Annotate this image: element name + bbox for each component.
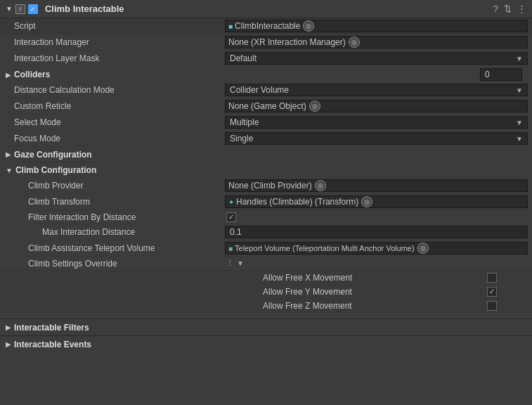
distance-calc-mode-row: Distance Calculation Mode Collider Volum… <box>0 82 532 98</box>
filter-interaction-distance-checkbox[interactable] <box>226 212 236 222</box>
interactable-filters-label: Interactable Filters <box>14 323 89 333</box>
allow-free-y-movement-label: Allow Free Y Movement <box>0 287 473 297</box>
select-mode-dropdown[interactable]: Multiple ▼ <box>225 116 528 129</box>
select-mode-label: Select Mode <box>0 117 225 127</box>
select-mode-row: Select Mode Multiple ▼ <box>0 115 532 131</box>
max-interaction-distance-label: Max Interaction Distance <box>0 227 225 237</box>
select-mode-value: Multiple <box>230 117 259 127</box>
distance-calc-mode-dropdown[interactable]: Collider Volume ▼ <box>225 84 528 96</box>
custom-reticle-value: None (Game Object) <box>228 101 306 111</box>
allow-free-x-movement-checkbox[interactable] <box>487 273 497 283</box>
interactable-events-expand-arrow-icon[interactable]: ▶ <box>6 340 11 348</box>
climb-transform-label: Climb Transform <box>0 197 225 207</box>
climb-assistance-teleport-row: Climb Assistance Teleport Volume ■ Telep… <box>0 240 532 257</box>
component-enabled-checkbox[interactable]: ✓ <box>28 4 38 14</box>
max-interaction-distance-field[interactable]: 0.1 <box>225 226 528 238</box>
custom-reticle-field[interactable]: None (Game Object) ◎ <box>225 100 528 112</box>
allow-free-z-movement-checkbox[interactable] <box>487 301 497 311</box>
spacer <box>0 313 532 319</box>
teleport-select-button[interactable]: ◎ <box>417 243 429 254</box>
component-title: Climb Interactable <box>45 4 124 14</box>
allow-free-y-movement-checkbox[interactable] <box>487 287 497 297</box>
interaction-layer-mask-value: Default <box>230 53 257 63</box>
teleport-icon: ■ <box>228 245 233 252</box>
title-bar: ▼ # ✓ Climb Interactable ? ⇅ ⋮ <box>0 0 532 18</box>
interactable-filters-expand-arrow-icon[interactable]: ▶ <box>6 323 11 331</box>
dropdown-arrow-icon: ▼ <box>516 86 523 94</box>
dropdown-arrow-icon: ▼ <box>516 135 523 143</box>
interaction-manager-select-button[interactable]: ◎ <box>349 37 360 48</box>
colliders-row: ▶ Colliders 0 <box>0 67 532 82</box>
transform-icon: ✦ <box>228 198 234 206</box>
interaction-layer-mask-dropdown[interactable]: Default ▼ <box>225 52 528 65</box>
interaction-layer-mask-row: Interaction Layer Mask Default ▼ <box>0 51 532 67</box>
climb-config-expand-arrow-icon[interactable]: ▼ <box>6 167 13 174</box>
colliders-count-field[interactable]: 0 <box>480 68 522 81</box>
more-options-icon[interactable]: ⋮ <box>517 4 526 14</box>
max-interaction-distance-row: Max Interaction Distance 0.1 <box>0 224 532 240</box>
colliders-count-value: 0 <box>485 70 490 79</box>
max-interaction-distance-value: 0.1 <box>230 227 242 237</box>
dropdown-arrow-icon: ▼ <box>516 55 523 63</box>
climb-provider-select-button[interactable]: ◎ <box>315 180 326 191</box>
gaze-config-expand-arrow-icon[interactable]: ▶ <box>6 150 11 158</box>
script-value: ClimbInteractable <box>235 21 300 31</box>
climb-configuration-label: Climb Configuration <box>15 165 96 175</box>
custom-reticle-label: Custom Reticle <box>0 101 225 111</box>
filter-interaction-distance-row: Filter Interaction By Distance <box>0 210 532 224</box>
interactable-events-section[interactable]: ▶ Interactable Events <box>0 335 532 352</box>
distance-calc-mode-value: Collider Volume <box>230 85 289 95</box>
climb-settings-arrow-icon[interactable]: ▼ <box>237 259 244 267</box>
colliders-label: Colliders <box>14 70 50 79</box>
focus-mode-dropdown[interactable]: Single ▼ <box>225 132 528 145</box>
allow-free-z-movement-row: Allow Free Z Movement <box>0 299 532 313</box>
focus-mode-row: Focus Mode Single ▼ <box>0 131 532 147</box>
climb-settings-override-row: Climb Settings Override ⋮ ▼ <box>0 257 532 271</box>
climb-provider-value: None (Climb Provider) <box>228 181 312 191</box>
script-select-button[interactable]: ◎ <box>303 20 314 32</box>
allow-free-x-movement-label: Allow Free X Movement <box>0 273 473 283</box>
allow-free-z-movement-label: Allow Free Z Movement <box>0 301 473 311</box>
preset-icon[interactable]: ⇅ <box>504 4 512 14</box>
climb-assistance-teleport-field[interactable]: ■ Teleport Volume (Teleportation Multi A… <box>225 242 528 255</box>
interaction-manager-field[interactable]: None (XR Interaction Manager) ◎ <box>225 36 528 49</box>
climb-settings-override-controls: ⋮ ▼ <box>226 259 244 268</box>
filter-interaction-distance-label: Filter Interaction By Distance <box>0 212 225 222</box>
interactable-filters-section[interactable]: ▶ Interactable Filters <box>0 319 532 335</box>
distance-calc-mode-label: Distance Calculation Mode <box>0 85 225 95</box>
collapse-arrow-icon[interactable]: ▼ <box>6 5 13 13</box>
climb-assistance-teleport-label: Climb Assistance Teleport Volume <box>0 243 225 253</box>
focus-mode-value: Single <box>230 134 253 143</box>
hash-icon: # <box>15 4 25 14</box>
dropdown-arrow-icon: ▼ <box>516 119 523 127</box>
gaze-configuration-label: Gaze Configuration <box>14 150 92 160</box>
script-row: Script ■ ClimbInteractable ◎ <box>0 18 532 34</box>
script-field: ■ ClimbInteractable ◎ <box>225 20 528 32</box>
climb-settings-dots-icon[interactable]: ⋮ <box>226 259 234 268</box>
climb-transform-select-button[interactable]: ◎ <box>361 196 372 207</box>
script-icon: ■ <box>228 22 233 30</box>
script-label: Script <box>0 21 225 31</box>
climb-transform-field[interactable]: ✦ Handles (Climbable) (Transform) ◎ <box>225 195 528 208</box>
interaction-layer-mask-label: Interaction Layer Mask <box>0 53 225 63</box>
climb-assistance-teleport-value: Teleport Volume (Teleportation Multi Anc… <box>235 244 415 252</box>
gaze-configuration-section[interactable]: ▶ Gaze Configuration <box>0 147 532 162</box>
climb-provider-field[interactable]: None (Climb Provider) ◎ <box>225 179 528 192</box>
help-icon[interactable]: ? <box>493 4 498 14</box>
allow-free-y-movement-row: Allow Free Y Movement <box>0 285 532 299</box>
colliders-expand-arrow-icon[interactable]: ▶ <box>6 71 11 79</box>
interaction-manager-label: Interaction Manager <box>0 37 225 47</box>
interaction-manager-value: None (XR Interaction Manager) <box>228 37 346 47</box>
allow-free-x-movement-row: Allow Free X Movement <box>0 271 532 285</box>
focus-mode-label: Focus Mode <box>0 134 225 143</box>
custom-reticle-select-button[interactable]: ◎ <box>309 101 320 112</box>
climb-transform-row: Climb Transform ✦ Handles (Climbable) (T… <box>0 194 532 210</box>
interactable-events-label: Interactable Events <box>14 340 91 349</box>
climb-configuration-section[interactable]: ▼ Climb Configuration <box>0 162 532 178</box>
title-bar-icons: ▼ # ✓ Climb Interactable <box>6 4 124 14</box>
climb-provider-row: Climb Provider None (Climb Provider) ◎ <box>0 178 532 194</box>
climb-provider-label: Climb Provider <box>0 181 225 191</box>
interaction-manager-row: Interaction Manager None (XR Interaction… <box>0 34 532 51</box>
title-bar-actions: ? ⇅ ⋮ <box>493 4 526 14</box>
climb-settings-override-label: Climb Settings Override <box>0 259 225 269</box>
